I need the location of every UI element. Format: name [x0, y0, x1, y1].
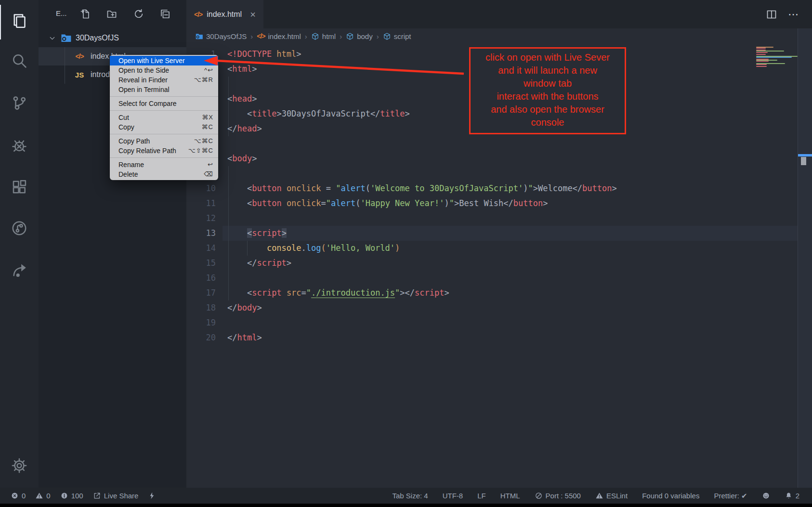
refresh-icon[interactable] [132, 8, 145, 20]
collapse-all-icon[interactable] [159, 8, 171, 20]
activity-item-live-share[interactable] [0, 254, 39, 288]
code-line-13[interactable]: <script> [227, 226, 287, 241]
status-tab-size[interactable]: Tab Size: 4 [392, 492, 428, 500]
menu-item-shortcut: ^↩ [204, 65, 213, 75]
status-eol[interactable]: LF [477, 492, 486, 500]
status-live-server-bolt[interactable] [148, 492, 156, 500]
folder-row-30daysofjs[interactable]: 30DaysOfJS [39, 30, 186, 46]
menu-item-reveal-in-finder[interactable]: Reveal in Finder⌥⌘R [110, 75, 218, 85]
code-line-6[interactable]: </head> [227, 121, 262, 136]
menu-item-label: Select for Compare [118, 99, 177, 108]
code-line-4[interactable]: <head> [227, 91, 257, 106]
new-file-icon[interactable] [79, 8, 92, 20]
menu-item-delete[interactable]: Delete⌫ [110, 169, 218, 179]
status-notifications[interactable]: 2 [785, 492, 799, 500]
line-number: 18 [186, 300, 216, 315]
menu-separator [110, 110, 218, 111]
activity-bar [0, 0, 39, 488]
breadcrumb-item-30daysofjs[interactable]: 30DaysOfJS [195, 32, 247, 40]
activity-item-remote-explorer[interactable] [0, 212, 39, 247]
minimap-line [756, 64, 767, 65]
code-line-1[interactable]: <!DOCTYPE html> [227, 47, 301, 62]
tab-index-html[interactable]: </> index.html × [186, 0, 263, 28]
status-label: Found 0 variables [642, 492, 699, 500]
status-label: ESLint [606, 492, 628, 500]
breadcrumb-label: body [357, 32, 373, 40]
menu-item-label: Copy [118, 122, 134, 132]
split-editor-icon[interactable] [765, 8, 778, 21]
code-line-11[interactable]: <button onclick="alert('Happy New Year!'… [227, 196, 548, 211]
line-number: 14 [186, 241, 216, 256]
window-bottom-edge [0, 504, 812, 507]
code-line-14[interactable]: console.log('Hello, World') [227, 241, 400, 256]
status-prettier[interactable]: Prettier: ✔ [714, 492, 747, 500]
share-arrow-icon [11, 261, 28, 281]
folder-icon [60, 32, 72, 44]
breadcrumb-item-body[interactable]: body [346, 32, 373, 40]
new-folder-icon[interactable] [105, 8, 118, 20]
menu-item-open-to-the-side[interactable]: Open to the Side^↩ [110, 65, 218, 75]
scm-icon [11, 94, 28, 114]
status-label: 0 [22, 492, 26, 500]
menu-separator [110, 134, 218, 134]
status-variables-found[interactable]: Found 0 variables [642, 492, 699, 500]
status-live-share[interactable]: Live Share [93, 492, 139, 500]
activity-item-settings[interactable] [0, 449, 39, 484]
menu-item-label: Rename [118, 160, 144, 169]
menu-item-open-with-live-server[interactable]: Open with Live Server [110, 56, 218, 65]
status-errors[interactable]: 0 [11, 492, 26, 500]
status-warnings[interactable]: 0 [35, 492, 50, 500]
status-language-mode[interactable]: HTML [500, 492, 520, 500]
scrollbar-thumb[interactable] [801, 157, 806, 165]
breadcrumb-separator: › [250, 32, 253, 40]
scrollbar-rail[interactable] [798, 28, 812, 488]
circle-branch-icon [11, 220, 28, 239]
code-line-18[interactable]: </body> [227, 300, 262, 315]
status-live-server-port[interactable]: Port : 5500 [535, 492, 581, 500]
minimap[interactable] [755, 47, 798, 80]
code-line-2[interactable]: <html> [227, 62, 257, 77]
menu-item-cut[interactable]: Cut⌘X [110, 113, 218, 122]
status-eslint[interactable]: ESLint [595, 492, 628, 500]
warning-icon [595, 492, 603, 500]
breadcrumb-label: index.html [268, 32, 301, 40]
menu-item-copy[interactable]: Copy⌘C [110, 122, 218, 132]
explorer-title: E... [56, 9, 67, 17]
menu-item-label: Copy Relative Path [118, 146, 176, 156]
status-label: HTML [500, 492, 520, 500]
code-line-10[interactable]: <button onclick = "alert('Welcome to 30D… [227, 181, 617, 196]
menu-item-select-for-compare[interactable]: Select for Compare [110, 99, 218, 108]
code-line-17[interactable]: <script src="./introduction.js"></script… [227, 286, 449, 300]
more-actions-icon[interactable]: ⋯ [786, 8, 801, 21]
menu-item-copy-relative-path[interactable]: Copy Relative Path⌥⇧⌘C [110, 146, 218, 156]
folder-name: 30DaysOfJS [76, 34, 119, 42]
code-line-5[interactable]: <title>30DaysOfJavaScript</title> [227, 106, 410, 121]
minimap-line [756, 61, 769, 62]
activity-item-explorer[interactable] [0, 5, 39, 39]
menu-separator [110, 157, 218, 158]
annotation-line: click on open with Live Sever [471, 51, 625, 64]
status-feedback[interactable] [762, 492, 770, 500]
code-line-8[interactable]: <body> [227, 151, 257, 166]
line-number: 20 [186, 330, 216, 345]
activity-item-source-control[interactable] [0, 87, 39, 121]
code-line-15[interactable]: </script> [227, 256, 291, 271]
tab-label: index.html [207, 10, 242, 19]
activity-item-search[interactable] [0, 44, 39, 79]
menu-item-open-in-terminal[interactable]: Open in Terminal [110, 85, 218, 94]
menu-item-copy-path[interactable]: Copy Path⌥⌘C [110, 136, 218, 146]
code-line-20[interactable]: </html> [227, 330, 262, 345]
breadcrumb-item-index-html[interactable]: </>index.html [257, 32, 301, 40]
tab-close-icon[interactable]: × [250, 10, 256, 19]
activity-item-run-and-debug[interactable] [0, 129, 39, 164]
status-info-count[interactable]: 100 [60, 492, 83, 500]
annotation-line: window tab [471, 77, 625, 90]
live-share-icon [93, 492, 101, 500]
breadcrumb-item-html[interactable]: html [311, 32, 336, 40]
breadcrumb-label: 30DaysOfJS [206, 32, 247, 40]
activity-item-extensions[interactable] [0, 171, 39, 206]
menu-item-rename[interactable]: Rename↩ [110, 160, 218, 169]
status-encoding[interactable]: UTF-8 [443, 492, 463, 500]
breadcrumb-item-script[interactable]: script [383, 32, 411, 40]
code-tag-icon: </> [73, 52, 86, 60]
